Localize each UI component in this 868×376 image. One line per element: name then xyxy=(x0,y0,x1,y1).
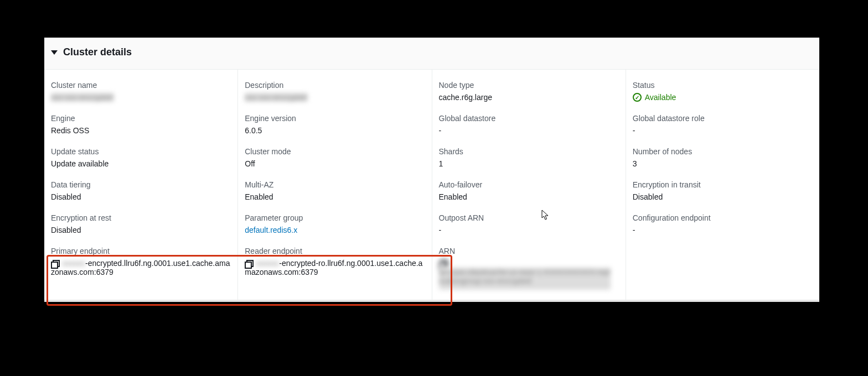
field-value: - xyxy=(633,126,813,135)
field-value: Disabled xyxy=(633,192,813,201)
field-label: Number of nodes xyxy=(633,147,813,156)
field-value: Off xyxy=(245,159,425,168)
field-label: Data tiering xyxy=(51,180,231,189)
field-value: Enabled xyxy=(245,192,425,201)
field-value: cache.r6g.large xyxy=(439,93,619,102)
field: Update statusUpdate available xyxy=(51,147,231,168)
status-text: Available xyxy=(645,93,676,102)
field-label: Engine version xyxy=(245,114,425,123)
field: Encryption at restDisabled xyxy=(51,213,231,234)
field-label: ARN xyxy=(439,247,619,255)
field-label: Primary endpoint xyxy=(51,247,231,255)
field-label: Reader endpoint xyxy=(245,247,425,255)
details-column: Node typecache.r6g.largeGlobal datastore… xyxy=(432,70,626,300)
redacted-text: xxx-xxx-encrypted xyxy=(51,93,113,102)
field-value: Enabled xyxy=(439,192,619,201)
field: Number of nodes3 xyxy=(633,147,813,168)
field-label: Description xyxy=(245,81,425,90)
field-label: Outpost ARN xyxy=(439,213,619,222)
field: Parameter groupdefault.redis6.x xyxy=(245,213,425,234)
field: Configuration endpoint- xyxy=(633,213,813,234)
field-label: Configuration endpoint xyxy=(633,213,813,222)
field: Cluster namexxx-xxx-encrypted xyxy=(51,81,231,102)
field-label: Parameter group xyxy=(245,213,425,222)
field: Data tieringDisabled xyxy=(51,180,231,201)
field-label: Shards xyxy=(439,147,619,156)
field-label: Cluster name xyxy=(51,81,231,90)
check-circle-icon xyxy=(633,93,642,102)
footer-bar xyxy=(44,300,819,302)
field: Global datastore- xyxy=(439,114,619,135)
field-label: Encryption in transit xyxy=(633,180,813,189)
field-label: Status xyxy=(633,81,813,90)
field-label: Engine xyxy=(51,114,231,123)
field: Node typecache.r6g.large xyxy=(439,81,619,102)
redacted-text: xxxxxx xyxy=(62,259,85,268)
field-value: Disabled xyxy=(51,192,231,201)
field-value: arn:aws:elasticache:us-east-1:XXXXXXXXXX… xyxy=(439,259,619,290)
field-label: Global datastore role xyxy=(633,114,813,123)
field-value: Disabled xyxy=(51,226,231,234)
field: Descriptionxxx-xxx-encrypted xyxy=(245,81,425,102)
field-label: Global datastore xyxy=(439,114,619,123)
redacted-text: arn:aws:elasticache:us-east-1:XXXXXXXXXX… xyxy=(439,268,611,290)
redacted-text: xxxxxx xyxy=(256,259,279,268)
field-label: Encryption at rest xyxy=(51,213,231,222)
field-value: - xyxy=(439,226,619,234)
field-label: Auto-failover xyxy=(439,180,619,189)
field: Auto-failoverEnabled xyxy=(439,180,619,201)
cluster-details-panel: Cluster details Cluster namexxx-xxx-encr… xyxy=(44,38,819,302)
copy-icon[interactable] xyxy=(245,260,252,268)
details-column: StatusAvailableGlobal datastore role-Num… xyxy=(626,70,819,300)
field-label: Update status xyxy=(51,147,231,156)
field: Outpost ARN- xyxy=(439,213,619,234)
field-value: Available xyxy=(633,93,813,102)
field: Primary endpointxxxxxx-encrypted.llru6f.… xyxy=(51,247,231,276)
field-label: Node type xyxy=(439,81,619,90)
field: StatusAvailable xyxy=(633,81,813,102)
field-value: 6.0.5 xyxy=(245,126,425,135)
section-title: Cluster details xyxy=(63,46,132,58)
field: Engine version6.0.5 xyxy=(245,114,425,135)
field: Cluster modeOff xyxy=(245,147,425,168)
copy-icon[interactable] xyxy=(439,260,447,268)
field-value: xxxxxx-encrypted.llru6f.ng.0001.use1.cac… xyxy=(51,259,231,276)
field-value: 3 xyxy=(633,159,813,168)
details-column: Descriptionxxx-xxx-encryptedEngine versi… xyxy=(238,70,432,300)
field-label: Multi-AZ xyxy=(245,180,425,189)
field: Reader endpointxxxxxx-encrypted-ro.llru6… xyxy=(245,247,425,276)
field: Multi-AZEnabled xyxy=(245,180,425,201)
field-label: Cluster mode xyxy=(245,147,425,156)
field-value: - xyxy=(439,126,619,135)
details-column: Cluster namexxx-xxx-encryptedEngineRedis… xyxy=(44,70,238,300)
field: Global datastore role- xyxy=(633,114,813,135)
field: Shards1 xyxy=(439,147,619,168)
field: Encryption in transitDisabled xyxy=(633,180,813,201)
field-value: Redis OSS xyxy=(51,126,231,135)
field-value: xxx-xxx-encrypted xyxy=(51,93,231,102)
redacted-text: xxx-xxx-encrypted xyxy=(245,93,307,102)
field-value: xxxxxx-encrypted-ro.llru6f.ng.0001.use1.… xyxy=(245,259,425,276)
field-value: default.redis6.x xyxy=(245,226,425,234)
field: EngineRedis OSS xyxy=(51,114,231,135)
panel-header: Cluster details xyxy=(44,38,819,70)
field-value: 1 xyxy=(439,159,619,168)
parameter-group-link[interactable]: default.redis6.x xyxy=(245,226,297,234)
field-value: Update available xyxy=(51,159,231,168)
collapse-toggle-icon[interactable] xyxy=(51,50,58,55)
field: ARNarn:aws:elasticache:us-east-1:XXXXXXX… xyxy=(439,247,619,290)
copy-icon[interactable] xyxy=(51,260,59,268)
field-value: - xyxy=(633,226,813,234)
field-value: xxx-xxx-encrypted xyxy=(245,93,425,102)
status-available: Available xyxy=(633,93,813,102)
details-grid: Cluster namexxx-xxx-encryptedEngineRedis… xyxy=(44,70,819,300)
